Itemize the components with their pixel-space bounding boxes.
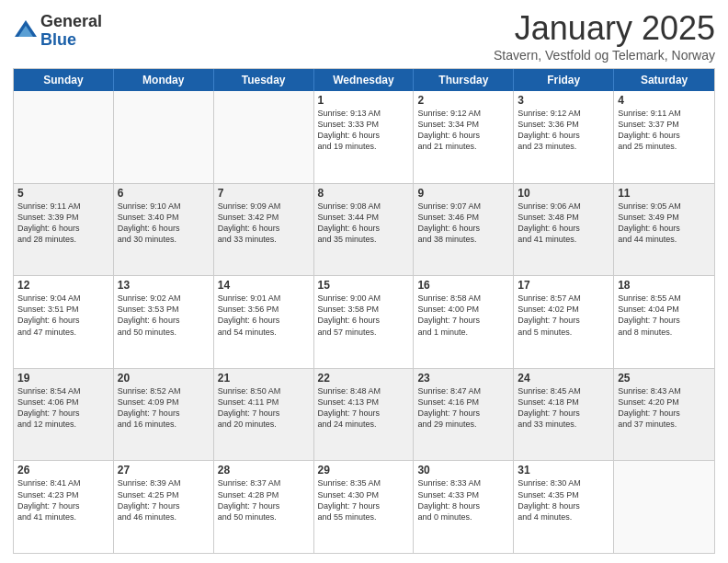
calendar-cell: 11Sunrise: 9:05 AM Sunset: 3:49 PM Dayli… xyxy=(614,184,714,276)
day-info: Sunrise: 8:57 AM Sunset: 4:02 PM Dayligh… xyxy=(518,293,609,338)
header: General Blue January 2025 Stavern, Vestf… xyxy=(13,9,715,63)
logo-general: General xyxy=(40,13,102,31)
calendar-cell: 31Sunrise: 8:30 AM Sunset: 4:35 PM Dayli… xyxy=(514,461,614,553)
day-info: Sunrise: 8:41 AM Sunset: 4:23 PM Dayligh… xyxy=(17,477,109,523)
calendar-cell: 15Sunrise: 9:00 AM Sunset: 3:58 PM Dayli… xyxy=(314,276,415,368)
header-day-saturday: Saturday xyxy=(614,69,714,91)
day-info: Sunrise: 8:37 AM Sunset: 4:28 PM Dayligh… xyxy=(218,477,310,523)
day-number: 21 xyxy=(218,372,310,385)
calendar-cell: 9Sunrise: 9:07 AM Sunset: 3:46 PM Daylig… xyxy=(414,184,514,276)
day-info: Sunrise: 9:12 AM Sunset: 3:34 PM Dayligh… xyxy=(417,108,509,153)
day-number: 30 xyxy=(417,464,509,477)
day-info: Sunrise: 8:50 AM Sunset: 4:11 PM Dayligh… xyxy=(218,385,310,431)
calendar-cell: 23Sunrise: 8:47 AM Sunset: 4:16 PM Dayli… xyxy=(414,369,514,461)
day-number: 25 xyxy=(618,372,711,385)
calendar-cell xyxy=(214,91,314,183)
day-info: Sunrise: 8:30 AM Sunset: 4:35 PM Dayligh… xyxy=(518,477,609,523)
day-info: Sunrise: 9:10 AM Sunset: 3:40 PM Dayligh… xyxy=(118,201,210,246)
day-number: 22 xyxy=(318,372,410,385)
day-info: Sunrise: 8:35 AM Sunset: 4:30 PM Dayligh… xyxy=(318,477,410,523)
day-number: 4 xyxy=(618,94,711,107)
day-info: Sunrise: 9:06 AM Sunset: 3:48 PM Dayligh… xyxy=(518,201,609,246)
day-info: Sunrise: 8:45 AM Sunset: 4:18 PM Dayligh… xyxy=(518,385,609,431)
calendar-cell: 14Sunrise: 9:01 AM Sunset: 3:56 PM Dayli… xyxy=(214,276,314,368)
day-number: 26 xyxy=(17,464,109,477)
day-info: Sunrise: 9:01 AM Sunset: 3:56 PM Dayligh… xyxy=(218,293,310,338)
calendar-cell: 25Sunrise: 8:43 AM Sunset: 4:20 PM Dayli… xyxy=(614,369,714,461)
day-number: 7 xyxy=(218,187,310,200)
title-block: January 2025 Stavern, Vestfold og Telema… xyxy=(494,9,715,63)
calendar-cell: 28Sunrise: 8:37 AM Sunset: 4:28 PM Dayli… xyxy=(214,461,314,553)
month-title: January 2025 xyxy=(494,9,715,48)
calendar-cell: 6Sunrise: 9:10 AM Sunset: 3:40 PM Daylig… xyxy=(114,184,214,276)
calendar-cell: 19Sunrise: 8:54 AM Sunset: 4:06 PM Dayli… xyxy=(14,369,114,461)
calendar-body: 1Sunrise: 9:13 AM Sunset: 3:33 PM Daylig… xyxy=(14,91,714,553)
calendar-cell: 1Sunrise: 9:13 AM Sunset: 3:33 PM Daylig… xyxy=(314,91,415,183)
day-number: 6 xyxy=(118,187,210,200)
logo: General Blue xyxy=(13,13,102,50)
day-number: 19 xyxy=(17,372,109,385)
calendar-row-4: 19Sunrise: 8:54 AM Sunset: 4:06 PM Dayli… xyxy=(14,368,714,461)
day-number: 9 xyxy=(417,187,509,200)
day-number: 24 xyxy=(518,372,609,385)
day-info: Sunrise: 8:39 AM Sunset: 4:25 PM Dayligh… xyxy=(118,477,210,523)
day-info: Sunrise: 8:58 AM Sunset: 4:00 PM Dayligh… xyxy=(417,293,509,338)
calendar-cell xyxy=(114,91,214,183)
day-number: 28 xyxy=(218,464,310,477)
day-info: Sunrise: 9:12 AM Sunset: 3:36 PM Dayligh… xyxy=(518,108,609,153)
header-day-sunday: Sunday xyxy=(14,69,114,91)
calendar-row-3: 12Sunrise: 9:04 AM Sunset: 3:51 PM Dayli… xyxy=(14,275,714,368)
day-info: Sunrise: 9:08 AM Sunset: 3:44 PM Dayligh… xyxy=(318,201,410,246)
day-number: 1 xyxy=(318,94,410,107)
calendar-cell: 13Sunrise: 9:02 AM Sunset: 3:53 PM Dayli… xyxy=(114,276,214,368)
calendar-cell: 16Sunrise: 8:58 AM Sunset: 4:00 PM Dayli… xyxy=(414,276,514,368)
day-info: Sunrise: 8:48 AM Sunset: 4:13 PM Dayligh… xyxy=(318,385,410,431)
calendar-cell: 17Sunrise: 8:57 AM Sunset: 4:02 PM Dayli… xyxy=(514,276,614,368)
calendar-cell: 5Sunrise: 9:11 AM Sunset: 3:39 PM Daylig… xyxy=(14,184,114,276)
calendar-row-1: 1Sunrise: 9:13 AM Sunset: 3:33 PM Daylig… xyxy=(14,91,714,183)
day-number: 27 xyxy=(118,464,210,477)
day-number: 29 xyxy=(318,464,410,477)
calendar: SundayMondayTuesdayWednesdayThursdayFrid… xyxy=(13,68,715,554)
calendar-cell: 18Sunrise: 8:55 AM Sunset: 4:04 PM Dayli… xyxy=(614,276,714,368)
day-number: 2 xyxy=(417,94,509,107)
logo-icon xyxy=(13,18,39,44)
day-number: 12 xyxy=(17,279,109,292)
calendar-cell: 12Sunrise: 9:04 AM Sunset: 3:51 PM Dayli… xyxy=(14,276,114,368)
calendar-cell: 21Sunrise: 8:50 AM Sunset: 4:11 PM Dayli… xyxy=(214,369,314,461)
header-day-friday: Friday xyxy=(514,69,614,91)
day-number: 20 xyxy=(118,372,210,385)
day-info: Sunrise: 9:11 AM Sunset: 3:37 PM Dayligh… xyxy=(618,108,711,153)
day-number: 10 xyxy=(518,187,609,200)
day-number: 3 xyxy=(518,94,609,107)
location: Stavern, Vestfold og Telemark, Norway xyxy=(494,48,715,63)
day-number: 14 xyxy=(218,279,310,292)
calendar-cell: 29Sunrise: 8:35 AM Sunset: 4:30 PM Dayli… xyxy=(314,461,415,553)
calendar-cell: 8Sunrise: 9:08 AM Sunset: 3:44 PM Daylig… xyxy=(314,184,415,276)
calendar-cell: 26Sunrise: 8:41 AM Sunset: 4:23 PM Dayli… xyxy=(14,461,114,553)
day-number: 17 xyxy=(518,279,609,292)
page: General Blue January 2025 Stavern, Vestf… xyxy=(0,0,728,563)
day-info: Sunrise: 8:43 AM Sunset: 4:20 PM Dayligh… xyxy=(618,385,711,431)
day-info: Sunrise: 9:00 AM Sunset: 3:58 PM Dayligh… xyxy=(318,293,410,338)
day-number: 11 xyxy=(618,187,711,200)
day-number: 8 xyxy=(318,187,410,200)
calendar-cell: 24Sunrise: 8:45 AM Sunset: 4:18 PM Dayli… xyxy=(514,369,614,461)
calendar-cell: 4Sunrise: 9:11 AM Sunset: 3:37 PM Daylig… xyxy=(614,91,714,183)
day-info: Sunrise: 8:47 AM Sunset: 4:16 PM Dayligh… xyxy=(417,385,509,431)
calendar-cell: 27Sunrise: 8:39 AM Sunset: 4:25 PM Dayli… xyxy=(114,461,214,553)
logo-blue: Blue xyxy=(40,31,102,50)
day-info: Sunrise: 9:04 AM Sunset: 3:51 PM Dayligh… xyxy=(17,293,109,338)
calendar-cell: 20Sunrise: 8:52 AM Sunset: 4:09 PM Dayli… xyxy=(114,369,214,461)
header-day-monday: Monday xyxy=(114,69,214,91)
logo-text: General Blue xyxy=(40,13,102,50)
day-info: Sunrise: 8:55 AM Sunset: 4:04 PM Dayligh… xyxy=(618,293,711,338)
header-day-thursday: Thursday xyxy=(414,69,514,91)
day-number: 16 xyxy=(417,279,509,292)
calendar-row-2: 5Sunrise: 9:11 AM Sunset: 3:39 PM Daylig… xyxy=(14,183,714,276)
calendar-header: SundayMondayTuesdayWednesdayThursdayFrid… xyxy=(14,69,714,91)
day-info: Sunrise: 9:11 AM Sunset: 3:39 PM Dayligh… xyxy=(17,201,109,246)
day-info: Sunrise: 8:52 AM Sunset: 4:09 PM Dayligh… xyxy=(118,385,210,431)
calendar-cell xyxy=(14,91,114,183)
calendar-cell: 22Sunrise: 8:48 AM Sunset: 4:13 PM Dayli… xyxy=(314,369,415,461)
